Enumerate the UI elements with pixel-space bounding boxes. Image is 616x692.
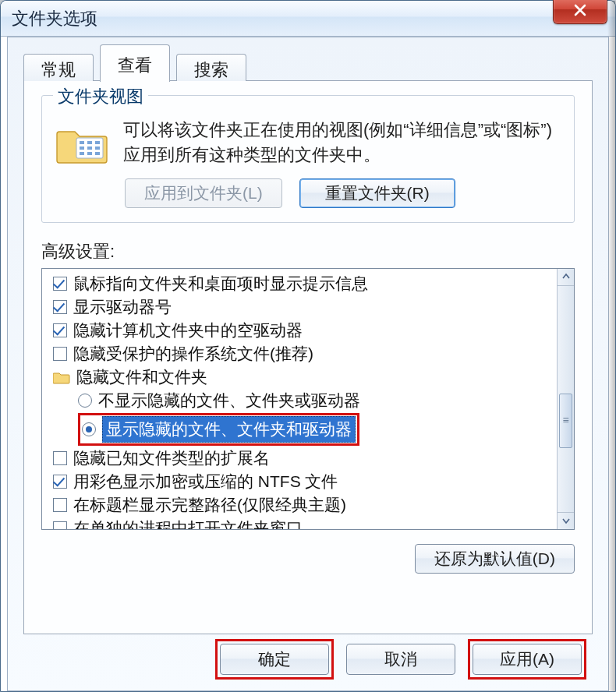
cancel-button[interactable]: 取消 [346,644,455,675]
checkbox[interactable] [53,475,67,489]
list-item[interactable]: 不显示隐藏的文件、文件夹或驱动器 [47,389,555,412]
button-label: 应用到文件夹(L) [144,182,263,204]
apply-button-highlight: 应用(A) [468,639,586,680]
tab-view[interactable]: 查看 [100,44,170,82]
item-label: 显示驱动器号 [73,296,172,318]
button-label: 确定 [258,648,291,670]
reset-folders-button[interactable]: 重置文件夹(R) [299,178,455,208]
radio[interactable] [78,394,92,408]
checkbox[interactable] [53,451,67,465]
close-icon [572,2,588,18]
list-item[interactable]: 隐藏计算机文件夹中的空驱动器 [47,319,555,342]
tab-label: 常规 [41,58,76,82]
ok-button-highlight: 确定 [215,639,334,680]
button-label: 取消 [384,648,417,670]
tab-strip: 常规 查看 搜索 [23,48,593,81]
item-label: 不显示隐藏的文件、文件夹或驱动器 [98,390,360,411]
tree-group: 隐藏文件和文件夹 [47,365,555,389]
svg-rect-5 [87,147,92,150]
list-item[interactable]: 用彩色显示加密或压缩的 NTFS 文件 [47,470,555,493]
close-button[interactable] [553,0,607,24]
tab-label: 搜索 [194,58,228,82]
ok-button[interactable]: 确定 [220,644,329,675]
restore-defaults-row: 还原为默认值(D) [41,544,575,574]
item-label: 隐藏文件和文件夹 [76,366,207,388]
list-item[interactable]: 隐藏已知文件类型的扩展名 [47,447,555,470]
apply-to-folders-button: 应用到文件夹(L) [125,178,282,208]
list-item[interactable]: 隐藏受保护的操作系统文件(推荐) [47,342,555,365]
button-label: 重置文件夹(R) [325,182,430,204]
item-label: 隐藏已知文件类型的扩展名 [73,447,270,469]
svg-rect-7 [80,152,84,155]
list-item[interactable]: 在单独的进程中打开文件夹窗口 [47,517,555,529]
item-label: 显示隐藏的文件、文件夹和驱动器 [102,416,356,443]
advanced-settings-label: 高级设置: [41,240,575,263]
svg-rect-3 [95,141,100,144]
svg-rect-6 [95,147,100,150]
radio[interactable] [82,422,96,436]
group-title: 文件夹视图 [53,85,148,108]
checkbox[interactable] [53,347,67,361]
svg-rect-2 [87,141,92,144]
restore-defaults-button[interactable]: 还原为默认值(D) [415,544,575,574]
client-area: 常规 查看 搜索 文件夹视图 [7,37,609,691]
svg-rect-8 [87,152,92,155]
folder-views-description: 可以将该文件夹正在使用的视图(例如“详细信息”或“图标”)应用到所有这种类型的文… [123,118,560,168]
apply-button[interactable]: 应用(A) [473,644,582,675]
tab-label: 查看 [118,54,152,77]
list-item[interactable]: 显示驱动器号 [47,295,555,319]
checkbox[interactable] [53,277,67,291]
folder-icon [53,370,70,384]
scroll-down-button[interactable] [558,512,574,529]
svg-rect-9 [95,152,100,155]
svg-rect-4 [80,147,84,150]
item-label: 在标题栏显示完整路径(仅限经典主题) [73,494,346,516]
checkbox[interactable] [53,498,67,512]
advanced-settings-list[interactable]: 鼠标指向文件夹和桌面项时显示提示信息显示驱动器号隐藏计算机文件夹中的空驱动器隐藏… [42,269,557,529]
checkbox[interactable] [53,300,67,314]
tab-page-view: 文件夹视图 可以将该文件夹正在使用的视图(例如“详细信息”或“图标”)应用到所有… [23,81,593,634]
highlight-box: 显示隐藏的文件、文件夹和驱动器 [78,413,359,446]
checkbox[interactable] [53,323,67,337]
advanced-settings-box: 鼠标指向文件夹和桌面项时显示提示信息显示驱动器号隐藏计算机文件夹中的空驱动器隐藏… [41,268,575,530]
list-item[interactable]: 鼠标指向文件夹和桌面项时显示提示信息 [47,272,555,295]
window-title: 文件夹选项 [12,7,97,30]
folder-views-group: 文件夹视图 可以将该文件夹正在使用的视图(例如“详细信息”或“图标”)应用到所有… [41,95,575,223]
list-item[interactable]: 在标题栏显示完整路径(仅限经典主题) [47,493,555,517]
button-label: 还原为默认值(D) [434,548,555,570]
checkbox[interactable] [53,521,67,529]
item-label: 在单独的进程中打开文件夹窗口 [73,517,303,529]
scroll-thumb[interactable] [559,394,572,448]
folder-views-buttons: 应用到文件夹(L) 重置文件夹(R) [125,178,560,208]
chevron-down-icon [562,517,570,524]
item-label: 隐藏受保护的操作系统文件(推荐) [73,343,313,365]
folder-icon [56,121,109,166]
folder-views-row: 可以将该文件夹正在使用的视图(例如“详细信息”或“图标”)应用到所有这种类型的文… [56,118,560,168]
folder-options-dialog: 文件夹选项 常规 查看 搜索 文件夹视图 [0,0,616,692]
titlebar: 文件夹选项 [1,1,615,37]
item-label: 隐藏计算机文件夹中的空驱动器 [73,320,303,341]
dialog-button-row: 确定 取消 应用(A) [215,639,586,680]
chevron-up-icon [562,273,570,281]
scroll-up-button[interactable] [558,269,574,286]
item-label: 用彩色显示加密或压缩的 NTFS 文件 [73,471,338,493]
svg-rect-1 [80,141,84,144]
scrollbar[interactable] [557,269,574,529]
item-label: 鼠标指向文件夹和桌面项时显示提示信息 [73,273,368,295]
button-label: 应用(A) [500,648,554,670]
list-item[interactable]: 显示隐藏的文件、文件夹和驱动器 [47,412,555,447]
